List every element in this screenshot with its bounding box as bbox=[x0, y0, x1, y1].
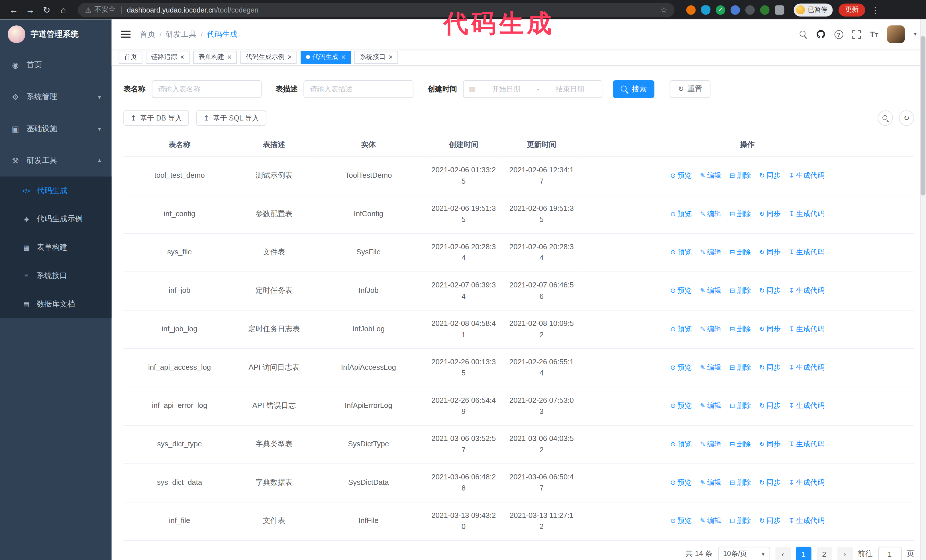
extension-icon[interactable] bbox=[760, 5, 770, 15]
help-icon[interactable]: ? bbox=[834, 30, 843, 39]
fullscreen-icon[interactable] bbox=[852, 30, 861, 39]
back-icon[interactable]: ← bbox=[6, 0, 21, 20]
edit-action-link[interactable]: ✎编辑 bbox=[700, 515, 722, 527]
sidebar-item-db-doc[interactable]: ▤ 数据库文档 bbox=[0, 290, 112, 318]
sync-action-link[interactable]: ↻同步 bbox=[759, 400, 781, 411]
chevron-down-icon[interactable]: ▾ bbox=[914, 31, 916, 37]
sidebar-item-system[interactable]: ⚙ 系统管理 ▾ bbox=[0, 81, 112, 113]
delete-action-link[interactable]: ⊟删除 bbox=[730, 208, 751, 220]
puzzle-extension-icon[interactable] bbox=[775, 5, 784, 15]
download-action-link[interactable]: ↧生成代码 bbox=[789, 439, 825, 450]
font-size-icon[interactable]: TT bbox=[870, 30, 878, 39]
page-size-select[interactable]: 10条/页 ▾ bbox=[718, 546, 770, 560]
download-action-link[interactable]: ↧生成代码 bbox=[789, 515, 825, 527]
download-action-link[interactable]: ↧生成代码 bbox=[789, 208, 825, 220]
download-action-link[interactable]: ↧生成代码 bbox=[789, 170, 825, 181]
reset-button[interactable]: ↻ 重置 bbox=[670, 80, 710, 98]
delete-action-link[interactable]: ⊟删除 bbox=[730, 324, 751, 335]
page-button-2[interactable]: 2 bbox=[817, 546, 832, 560]
sync-action-link[interactable]: ↻同步 bbox=[759, 285, 781, 296]
sidebar-item-api[interactable]: ≡ 系统接口 bbox=[0, 261, 112, 290]
sync-action-link[interactable]: ↻同步 bbox=[759, 439, 781, 450]
refresh-table-button[interactable]: ↻ bbox=[899, 110, 914, 126]
download-action-link[interactable]: ↧生成代码 bbox=[789, 324, 825, 335]
eye-action-link[interactable]: ⊙预览 bbox=[670, 285, 691, 296]
eye-action-link[interactable]: ⊙预览 bbox=[670, 170, 691, 181]
download-action-link[interactable]: ↧生成代码 bbox=[789, 362, 825, 373]
tab-2[interactable]: 链路追踪× bbox=[146, 50, 189, 63]
sync-action-link[interactable]: ↻同步 bbox=[759, 477, 781, 488]
breadcrumb-home[interactable]: 首页 bbox=[140, 29, 155, 39]
edit-action-link[interactable]: ✎编辑 bbox=[700, 400, 722, 411]
sidebar-item-codegen-example[interactable]: ◈ 代码生成示例 bbox=[0, 205, 112, 233]
sync-action-link[interactable]: ↻同步 bbox=[759, 208, 781, 220]
forward-icon[interactable]: → bbox=[23, 0, 38, 20]
table-name-input[interactable] bbox=[151, 80, 262, 98]
goto-page-input[interactable] bbox=[878, 546, 902, 560]
tab-close-icon[interactable]: × bbox=[227, 54, 232, 61]
sidebar-item-devtools[interactable]: ⚒ 研发工具 ▾ bbox=[0, 145, 112, 177]
tab-close-icon[interactable]: × bbox=[180, 54, 185, 61]
delete-action-link[interactable]: ⊟删除 bbox=[730, 170, 751, 181]
delete-action-link[interactable]: ⊟删除 bbox=[730, 400, 751, 411]
eye-action-link[interactable]: ⊙预览 bbox=[670, 208, 691, 220]
address-bar[interactable]: ⚠ 不安全 dashboard.yudao.iocoder.cn/tool/co… bbox=[78, 3, 675, 17]
download-action-link[interactable]: ↧生成代码 bbox=[789, 400, 825, 411]
toggle-search-button[interactable] bbox=[878, 110, 893, 126]
table-desc-input[interactable] bbox=[303, 80, 413, 98]
delete-action-link[interactable]: ⊟删除 bbox=[730, 285, 751, 296]
browser-menu-icon[interactable]: ⋮ bbox=[871, 5, 879, 15]
date-range-picker[interactable]: ▦ 开始日期 - 结束日期 bbox=[463, 80, 602, 98]
edit-action-link[interactable]: ✎编辑 bbox=[700, 285, 722, 296]
scrollbar-track[interactable] bbox=[920, 20, 926, 560]
eye-action-link[interactable]: ⊙预览 bbox=[670, 400, 691, 411]
tab-3[interactable]: 表单构建× bbox=[193, 50, 237, 63]
tab-6[interactable]: 系统接口× bbox=[354, 50, 398, 63]
extension-icon[interactable] bbox=[731, 5, 740, 15]
import-db-button[interactable]: ↥ 基于 DB 导入 bbox=[123, 110, 189, 126]
browser-update-button[interactable]: 更新 bbox=[838, 3, 865, 16]
delete-action-link[interactable]: ⊟删除 bbox=[730, 515, 751, 527]
download-action-link[interactable]: ↧生成代码 bbox=[789, 477, 825, 488]
hamburger-icon[interactable] bbox=[121, 31, 130, 38]
eye-action-link[interactable]: ⊙预览 bbox=[670, 515, 691, 527]
sidebar-item-form-builder[interactable]: ▦ 表单构建 bbox=[0, 233, 112, 261]
sync-action-link[interactable]: ↻同步 bbox=[759, 515, 781, 527]
extension-icon[interactable] bbox=[716, 5, 725, 15]
edit-action-link[interactable]: ✎编辑 bbox=[700, 477, 722, 488]
delete-action-link[interactable]: ⊟删除 bbox=[730, 247, 751, 258]
extension-icon[interactable] bbox=[686, 5, 696, 15]
search-icon[interactable] bbox=[799, 30, 807, 38]
sidebar-item-home[interactable]: ◉ 首页 bbox=[0, 49, 112, 81]
sidebar-item-codegen[interactable]: </> 代码生成 bbox=[0, 177, 112, 205]
sync-action-link[interactable]: ↻同步 bbox=[759, 170, 781, 181]
sync-action-link[interactable]: ↻同步 bbox=[759, 247, 781, 258]
home-icon[interactable]: ⌂ bbox=[56, 0, 71, 20]
search-button[interactable]: 搜索 bbox=[613, 80, 654, 98]
user-avatar[interactable] bbox=[887, 25, 905, 43]
tab-1[interactable]: 首页 bbox=[119, 50, 142, 63]
edit-action-link[interactable]: ✎编辑 bbox=[700, 247, 722, 258]
scrollbar-thumb[interactable] bbox=[921, 36, 925, 195]
download-action-link[interactable]: ↧生成代码 bbox=[789, 285, 825, 296]
eye-action-link[interactable]: ⊙预览 bbox=[670, 362, 691, 373]
edit-action-link[interactable]: ✎编辑 bbox=[700, 362, 722, 373]
next-page-button[interactable]: › bbox=[837, 546, 852, 560]
eye-action-link[interactable]: ⊙预览 bbox=[670, 324, 691, 335]
delete-action-link[interactable]: ⊟删除 bbox=[730, 439, 751, 450]
delete-action-link[interactable]: ⊟删除 bbox=[730, 477, 751, 488]
browser-profile-badge[interactable]: 已暂停 bbox=[794, 3, 833, 16]
eye-action-link[interactable]: ⊙预览 bbox=[670, 439, 691, 450]
prev-page-button[interactable]: ‹ bbox=[775, 546, 790, 560]
tab-close-icon[interactable]: × bbox=[389, 54, 393, 61]
tab-5[interactable]: 代码生成× bbox=[301, 50, 351, 63]
page-button-1[interactable]: 1 bbox=[796, 546, 811, 560]
app-logo[interactable]: 芋道管理系统 bbox=[0, 20, 112, 49]
delete-action-link[interactable]: ⊟删除 bbox=[730, 362, 751, 373]
download-action-link[interactable]: ↧生成代码 bbox=[789, 247, 825, 258]
sync-action-link[interactable]: ↻同步 bbox=[759, 324, 781, 335]
github-icon[interactable] bbox=[816, 30, 825, 39]
edit-action-link[interactable]: ✎编辑 bbox=[700, 208, 722, 220]
eye-action-link[interactable]: ⊙预览 bbox=[670, 247, 691, 258]
sidebar-item-infra[interactable]: ▣ 基础设施 ▾ bbox=[0, 113, 112, 145]
